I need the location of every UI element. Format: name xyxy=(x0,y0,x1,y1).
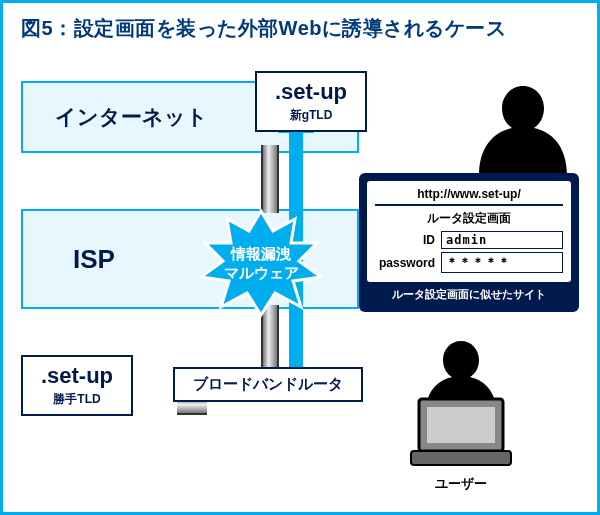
user-silhouette: ユーザー xyxy=(391,339,531,493)
password-field: ＊＊＊＊＊ xyxy=(441,252,563,273)
diagram-stage: インターネット ISP .set-up 新gTLD .set-up 勝手TLD … xyxy=(21,59,579,498)
setup-fake-domain: .set-up xyxy=(33,363,121,389)
diagram-title: 図5：設定画面を装った外部Webに誘導されるケース xyxy=(21,15,579,42)
tier-isp-label: ISP xyxy=(73,244,115,275)
svg-rect-2 xyxy=(427,407,495,443)
router-box: ブロードバンドルータ xyxy=(173,367,363,402)
phishing-caption: ルータ設定画面に似せたサイト xyxy=(367,287,571,302)
tier-internet-label: インターネット xyxy=(55,103,208,131)
password-label: password xyxy=(375,256,435,270)
person-icon xyxy=(473,81,573,176)
svg-rect-3 xyxy=(411,451,511,465)
setup-fake-tld-box: .set-up 勝手TLD xyxy=(21,355,133,416)
setup-new-gtld-box: .set-up 新gTLD xyxy=(255,71,367,132)
burst-line2: マルウェア xyxy=(224,263,299,283)
phishing-window: http://www.set-up/ ルータ設定画面 ID admin pass… xyxy=(367,181,571,282)
pipe-internet-isp xyxy=(261,145,279,213)
phishing-panel: http://www.set-up/ ルータ設定画面 ID admin pass… xyxy=(359,173,579,312)
phishing-header: ルータ設定画面 xyxy=(375,210,563,227)
password-row: password ＊＊＊＊＊ xyxy=(375,252,563,273)
id-label: ID xyxy=(375,233,435,247)
burst-line1: 情報漏洩 xyxy=(231,244,291,264)
user-with-pc-icon xyxy=(391,339,531,469)
phishing-url: http://www.set-up/ xyxy=(375,187,563,206)
setup-new-domain: .set-up xyxy=(267,79,355,105)
diagram-frame: 図5：設定画面を装った外部Webに誘導されるケース インターネット ISP .s… xyxy=(0,0,600,515)
malware-burst: 情報漏洩 マルウェア xyxy=(199,209,323,317)
user-label: ユーザー xyxy=(391,475,531,493)
router-label: ブロードバンドルータ xyxy=(193,375,343,392)
id-row: ID admin xyxy=(375,231,563,249)
attacker-silhouette xyxy=(473,81,573,176)
id-field: admin xyxy=(441,231,563,249)
setup-fake-sub: 勝手TLD xyxy=(33,391,121,408)
setup-new-sub: 新gTLD xyxy=(267,107,355,124)
